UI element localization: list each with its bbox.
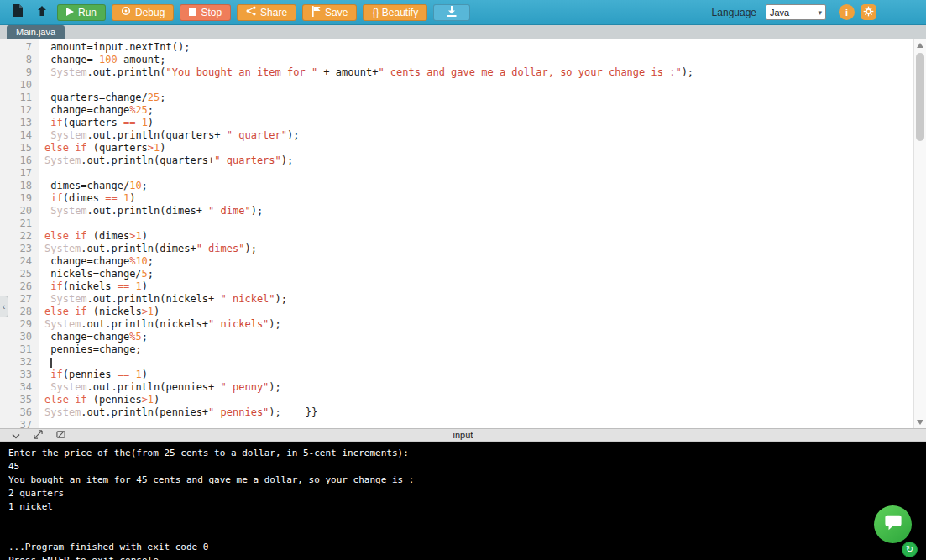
recycle-icon: ↻ xyxy=(906,544,913,555)
line-number: 18 xyxy=(0,180,32,192)
code-editor[interactable]: 7891011121314151617181920212223242526272… xyxy=(0,39,926,428)
settings-button[interactable] xyxy=(861,4,876,20)
expand-console-button[interactable] xyxy=(34,427,43,442)
code-line[interactable]: if(dimes == 1) xyxy=(44,192,926,205)
debug-button-label: Debug xyxy=(135,7,165,18)
line-number: 20 xyxy=(0,205,32,217)
line-number: 14 xyxy=(0,129,32,142)
save-button-label: Save xyxy=(325,7,348,18)
panel-collapse-handle[interactable]: ‹ xyxy=(0,296,8,317)
line-number: 16 xyxy=(0,154,32,167)
code-line[interactable]: change=change%25; xyxy=(44,104,926,117)
code-line[interactable]: change=change%5; xyxy=(44,331,926,343)
onlinegdb-ide: Run Debug Stop Share Save xyxy=(0,0,926,560)
code-line[interactable]: System.out.println(dimes+" dimes"); xyxy=(44,243,926,255)
download-icon xyxy=(446,6,458,19)
code-line[interactable]: else if (quarters>1) xyxy=(44,142,926,154)
console-line xyxy=(8,514,926,527)
cookie-recycle-button[interactable]: ↻ xyxy=(902,542,918,557)
chevron-down-icon: ▾ xyxy=(818,8,822,17)
beautify-button[interactable]: {} Beautify xyxy=(363,4,427,21)
console-output[interactable]: Enter the price of the(from 25 cents to … xyxy=(0,442,926,560)
upload-icon xyxy=(36,5,48,20)
code-line[interactable]: System.out.println("You bought an item f… xyxy=(44,66,926,79)
code-line[interactable]: change=change%10; xyxy=(44,255,926,268)
clear-console-button[interactable] xyxy=(56,427,65,442)
line-number: 25 xyxy=(0,268,32,280)
line-number: 26 xyxy=(0,280,32,293)
line-number: 22 xyxy=(0,230,32,243)
code-line[interactable]: else if (nickels>1) xyxy=(44,306,926,318)
code-line[interactable]: System.out.println(pennies+" pennies"); … xyxy=(44,406,926,419)
code-area[interactable]: amount=input.nextInt(); change= 100-amou… xyxy=(39,39,926,428)
code-line[interactable]: else if (pennies>1) xyxy=(44,394,926,406)
chevron-left-icon: ‹ xyxy=(3,301,6,311)
line-number: 34 xyxy=(0,381,32,394)
code-line[interactable]: nickels=change/5; xyxy=(44,268,926,280)
line-number: 32 xyxy=(0,356,32,369)
code-line[interactable] xyxy=(44,79,926,92)
play-icon xyxy=(66,7,74,18)
tab-main-java[interactable]: Main.java xyxy=(7,25,65,39)
line-number: 30 xyxy=(0,331,32,343)
code-line[interactable]: if(quarters == 1) xyxy=(44,117,926,129)
code-line[interactable]: dimes=change/10; xyxy=(44,180,926,192)
line-number: 29 xyxy=(0,318,32,331)
line-number: 9 xyxy=(0,66,32,79)
scroll-down-arrow-icon[interactable] xyxy=(917,420,923,425)
language-select-value: Java xyxy=(770,8,789,18)
editor-scrollbar[interactable] xyxy=(913,39,926,428)
upload-button[interactable] xyxy=(33,3,51,22)
code-line[interactable] xyxy=(44,217,926,230)
info-button[interactable]: i xyxy=(839,4,855,20)
code-line[interactable] xyxy=(44,419,926,428)
line-number: 31 xyxy=(0,343,32,356)
share-button[interactable]: Share xyxy=(237,4,296,21)
console-line: 2 quarters xyxy=(8,487,926,500)
stop-button[interactable]: Stop xyxy=(180,4,231,21)
line-number: 8 xyxy=(0,54,32,66)
code-line[interactable]: change= 100-amount; xyxy=(44,54,926,66)
code-line[interactable]: System.out.println(quarters+ " quarter")… xyxy=(44,129,926,142)
language-label: Language xyxy=(712,7,756,18)
expand-icon xyxy=(34,427,43,442)
code-line[interactable]: System.out.println(quarters+" quarters")… xyxy=(44,154,926,167)
print-margin-line xyxy=(521,39,521,428)
save-button[interactable]: Save xyxy=(302,4,357,21)
line-number: 13 xyxy=(0,117,32,129)
code-line[interactable]: System.out.println(nickels+" nickels"); xyxy=(44,318,926,331)
code-line[interactable]: pennies=change; xyxy=(44,343,926,356)
language-select[interactable]: Java ▾ xyxy=(766,4,826,20)
code-line[interactable]: amount=input.nextInt(); xyxy=(44,41,926,54)
line-number: 17 xyxy=(0,167,32,180)
code-line[interactable]: System.out.println(pennies+ " penny"); xyxy=(44,381,926,394)
line-number: 36 xyxy=(0,406,32,419)
scroll-up-arrow-icon[interactable] xyxy=(917,43,923,48)
beautify-button-label: {} Beautify xyxy=(372,7,418,18)
code-line[interactable]: else if (dimes>1) xyxy=(44,230,926,243)
scrollbar-thumb[interactable] xyxy=(916,53,924,141)
code-line[interactable]: System.out.println(nickels+ " nickel"); xyxy=(44,293,926,306)
code-line[interactable] xyxy=(44,356,926,369)
code-line[interactable] xyxy=(44,167,926,180)
share-button-label: Share xyxy=(260,7,287,18)
debug-button[interactable]: Debug xyxy=(112,4,174,21)
console-line: You bought an item for 45 cents and gave… xyxy=(8,474,926,487)
clear-console-icon xyxy=(56,427,65,442)
console-line: Enter the price of the(from 25 cents to … xyxy=(8,447,926,460)
new-file-button[interactable] xyxy=(8,3,27,22)
run-button[interactable]: Run xyxy=(57,4,106,21)
download-button[interactable] xyxy=(433,4,470,21)
toolbar: Run Debug Stop Share Save xyxy=(0,0,926,25)
console-title: input xyxy=(0,430,926,440)
line-number: 7 xyxy=(0,41,32,54)
code-line[interactable]: if(nickels == 1) xyxy=(44,280,926,293)
stop-icon xyxy=(189,7,196,18)
code-line[interactable]: if(pennies == 1) xyxy=(44,369,926,381)
chat-widget-button[interactable] xyxy=(874,505,912,543)
console-line: ...Program finished with exit code 0 xyxy=(8,541,926,554)
code-line[interactable]: quarters=change/25; xyxy=(44,92,926,104)
code-line[interactable]: System.out.println(dimes+ " dime"); xyxy=(44,205,926,217)
chevron-down-icon xyxy=(12,427,20,442)
collapse-console-button[interactable] xyxy=(12,427,20,442)
